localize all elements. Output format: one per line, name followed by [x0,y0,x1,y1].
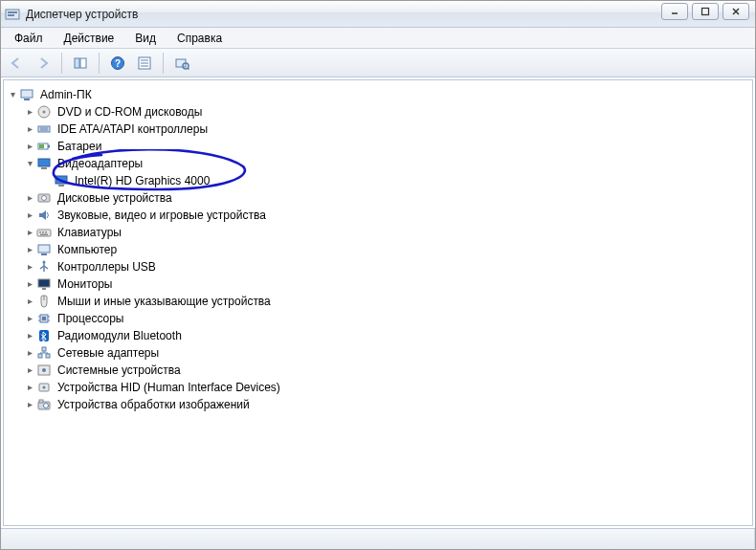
tree-node[interactable]: ▸Мыши и иные указывающие устройства [23,293,750,310]
svg-rect-4 [702,9,709,15]
svg-rect-7 [75,58,79,68]
disc-icon [36,104,52,120]
tree-node[interactable]: ▸DVD и CD-ROM дисководы [23,103,750,121]
tree-root-node[interactable]: ▾Admin-ПК [6,86,750,103]
svg-line-17 [188,68,189,70]
status-bar [1,528,755,549]
expand-arrow-closed-icon[interactable]: ▸ [23,122,36,136]
tree-node[interactable]: ▸Звуковые, видео и игровые устройства [23,207,750,224]
tree-node-label: Системные устройства [56,362,183,379]
tree-node[interactable]: ▸Устройства обработки изображений [23,396,750,413]
expand-arrow-closed-icon[interactable]: ▸ [23,209,36,222]
tree-node-label: Дисковые устройства [56,189,174,207]
tree-node[interactable]: ▸Контроллеры USB [23,258,750,275]
tree-node[interactable]: ▸Мониторы [23,275,750,293]
close-button[interactable] [723,3,749,20]
tree-node[interactable]: ▸Батареи [23,138,750,155]
expand-arrow-open-icon[interactable]: ▾ [23,157,36,170]
usb-icon [36,259,52,275]
tree-node[interactable]: ▸Системные устройства [23,362,750,379]
sound-icon [36,208,52,223]
expand-arrow-closed-icon[interactable]: ▸ [23,260,36,274]
mouse-icon [36,294,52,309]
toolbar-scan-button[interactable] [170,52,193,75]
toolbar-back-button[interactable] [5,52,28,75]
tree-node[interactable]: ▸Радиомодули Bluetooth [23,327,750,344]
tree-node-label: Радиомодули Bluetooth [56,327,184,344]
tree-node[interactable]: ▸Клавиатуры [23,224,750,241]
tree-node[interactable]: ▸IDE ATA/ATAPI контроллеры [23,121,750,138]
imaging-icon [36,397,52,412]
tree-node-label: Видеоадаптеры [56,155,145,172]
expand-arrow-closed-icon[interactable]: ▸ [23,243,36,256]
tree-node-label: Батареи [56,138,103,155]
title-bar: Диспетчер устройств [1,1,755,28]
tree-node-label: Сетевые адаптеры [56,344,161,362]
disk-icon [36,190,52,206]
menu-bar: Файл Действие Вид Справка [1,28,755,49]
toolbar: ? [1,49,755,77]
minimize-button[interactable] [661,3,688,20]
tree-node[interactable]: ▸Сетевые адаптеры [23,344,750,362]
keyboard-icon [36,225,52,240]
hid-icon [36,380,52,395]
cpu-icon [36,311,52,326]
toolbar-properties-button[interactable] [133,52,156,75]
svg-rect-1 [8,11,17,13]
svg-rect-8 [80,58,86,68]
expand-arrow-closed-icon[interactable]: ▸ [23,381,36,394]
device-tree-panel[interactable]: ▾Admin-ПК▸DVD и CD-ROM дисководы▸IDE ATA… [3,79,753,526]
expand-arrow-closed-icon[interactable]: ▸ [23,346,36,360]
toolbar-show-hide-button[interactable] [69,52,92,75]
expand-arrow-open-icon[interactable]: ▾ [6,88,19,101]
svg-rect-2 [8,14,14,16]
toolbar-help-button[interactable]: ? [106,52,129,75]
toolbar-separator [99,53,100,74]
tree-node-label: Контроллеры USB [56,258,158,275]
expand-arrow-closed-icon[interactable]: ▸ [23,398,36,411]
tree-node-label: Клавиатуры [56,224,123,241]
computer-icon [36,242,52,257]
tree-node[interactable]: ▸Компьютер [23,241,750,258]
expand-arrow-closed-icon[interactable]: ▸ [23,191,36,205]
menu-help[interactable]: Справка [167,30,232,47]
tree-node-label: IDE ATA/ATAPI контроллеры [56,121,210,138]
menu-file[interactable]: Файл [5,30,53,47]
tree-node[interactable]: ▾Видеоадаптеры [23,155,750,172]
expand-arrow-closed-icon[interactable]: ▸ [23,226,36,239]
display-icon [54,173,69,188]
tree-node-label: Звуковые, видео и игровые устройства [56,207,268,224]
tree-node-label: Компьютер [56,241,119,258]
status-cell [1,529,755,549]
toolbar-forward-button[interactable] [32,52,55,75]
tree-root-label: Admin-ПК [38,86,94,103]
expand-arrow-closed-icon[interactable]: ▸ [23,329,36,342]
tree-node[interactable]: ▸Intel(R) HD Graphics 4000 [40,172,750,189]
expand-arrow-closed-icon[interactable]: ▸ [23,312,36,325]
tree-node[interactable]: ▸Процессоры [23,310,750,327]
tree-node-label: Мыши и иные указывающие устройства [56,293,273,310]
toolbar-separator [61,53,62,74]
tree-node[interactable]: ▸Устройства HID (Human Interface Devices… [23,379,750,396]
window-title: Диспетчер устройств [26,8,138,21]
menu-action[interactable]: Действие [55,30,124,47]
expand-arrow-closed-icon[interactable]: ▸ [23,363,36,377]
tree-node-label: Intel(R) HD Graphics 4000 [73,172,211,189]
battery-icon [36,139,52,154]
expand-arrow-closed-icon[interactable]: ▸ [23,140,36,153]
system-icon [36,363,52,378]
tree-node-label: Процессоры [56,310,126,327]
caption-buttons [661,3,749,20]
menu-view[interactable]: Вид [125,30,166,47]
tree-node[interactable]: ▸Дисковые устройства [23,189,750,207]
computer-icon [19,87,34,102]
maximize-button[interactable] [692,3,719,20]
expand-arrow-closed-icon[interactable]: ▸ [23,105,36,119]
bluetooth-icon [36,328,52,343]
expand-arrow-closed-icon[interactable]: ▸ [23,277,36,291]
expand-arrow-closed-icon[interactable]: ▸ [23,295,36,308]
tree-node-label: Устройства обработки изображений [56,396,252,413]
tree-node-label: DVD и CD-ROM дисководы [56,103,204,121]
tree-node-label: Устройства HID (Human Interface Devices) [56,379,282,396]
ide-icon [36,121,52,137]
